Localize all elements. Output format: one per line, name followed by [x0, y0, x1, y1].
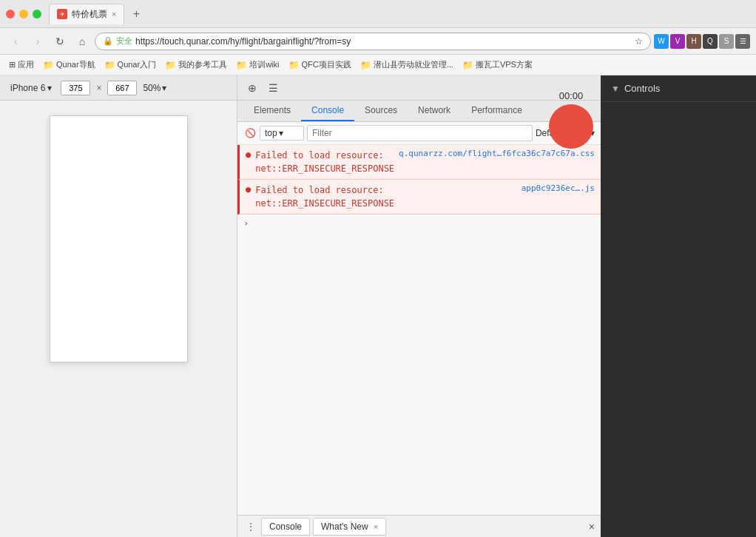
bookmark-vps-label: 搬瓦工VPS方案	[476, 59, 533, 70]
bookmarks-bar: ⊞ 应用 📁 Qunar导航 📁 Qunar入门 📁 我的参考工具 📁 培训wi…	[0, 55, 756, 75]
error-icon-1: ●	[246, 149, 251, 160]
address-bar[interactable]: 🔒 安全 https://touch.qunar.com/hy/flight/b…	[95, 33, 651, 50]
device-toolbar: iPhone 6 ▾ × 50% ▾	[0, 75, 237, 101]
phone-frame	[50, 115, 188, 362]
tab-close-button[interactable]: ×	[112, 10, 116, 18]
bookmark-vps[interactable]: 📁 搬瓦工VPS方案	[459, 58, 536, 72]
folder-icon: 📁	[462, 60, 473, 70]
tab-console[interactable]: Console	[301, 101, 354, 121]
bookmark-apps-label: 应用	[18, 59, 34, 70]
console-clear-button[interactable]: 🚫	[243, 126, 257, 140]
error-line1-1: Failed to load resource:	[255, 149, 394, 162]
ext-w-icon[interactable]: W	[654, 34, 669, 49]
lock-icon: 🔒	[103, 36, 113, 46]
browser-panel: iPhone 6 ▾ × 50% ▾	[0, 75, 237, 537]
bookmark-qianshan-label: 潜山县劳动就业管理...	[374, 59, 453, 70]
folder-icon: 📁	[165, 60, 176, 70]
device-mode-button[interactable]: ☰	[264, 79, 282, 97]
folder-icon: 📁	[236, 60, 247, 70]
folder-icon: 📁	[288, 60, 300, 70]
bookmark-qunar-nav-label: Qunar导航	[56, 59, 95, 70]
bookmark-qfc[interactable]: 📁 QFC项目实践	[286, 58, 354, 72]
apps-icon: ⊞	[9, 60, 16, 70]
bookmark-apps[interactable]: ⊞ 应用	[6, 58, 37, 72]
ext-menu-icon[interactable]: ☰	[735, 34, 750, 49]
window-controls[interactable]	[6, 10, 41, 18]
ext-v-icon[interactable]: V	[670, 34, 685, 49]
title-bar: ✈ 特价机票 × +	[0, 0, 756, 28]
error-msg-1: Failed to load resource: net::ERR_INSECU…	[255, 149, 394, 175]
home-button[interactable]: ⌂	[72, 32, 92, 51]
ext-h-icon[interactable]: H	[686, 34, 701, 49]
error-line2-1: net::ERR_INSECURE_RESPONSE	[255, 162, 394, 175]
star-icon[interactable]: ☆	[635, 36, 643, 47]
error-msg-2: Failed to load resource: net::ERR_INSECU…	[255, 183, 516, 210]
ext-q-icon[interactable]: Q	[703, 34, 718, 49]
width-input[interactable]	[61, 81, 90, 95]
zoom-selector[interactable]: 50% ▾	[143, 83, 166, 93]
error-icon-2: ●	[246, 184, 251, 195]
zoom-value: 50%	[143, 83, 161, 93]
close-button[interactable]	[6, 10, 15, 18]
prompt-icon: ›	[243, 218, 249, 229]
refresh-button[interactable]: ↻	[50, 32, 70, 51]
tab-elements[interactable]: Elements	[243, 101, 301, 121]
bookmark-qunar-nav[interactable]: 📁 Qunar导航	[40, 58, 98, 72]
device-selector[interactable]: iPhone 6 ▾	[7, 81, 55, 95]
back-button[interactable]: ‹	[6, 32, 25, 51]
folder-icon: 📁	[43, 60, 54, 70]
device-name: iPhone 6	[10, 83, 45, 93]
devtools-panel: ⊕ ☰ Elements Console Sources Network Per…	[237, 75, 601, 537]
drawer-whats-new-tab[interactable]: What's New ×	[313, 518, 386, 536]
maximize-button[interactable]	[33, 10, 41, 18]
new-tab-button[interactable]: +	[126, 4, 146, 24]
height-input[interactable]	[107, 81, 137, 95]
browser-tab[interactable]: ✈ 特价机票 ×	[49, 4, 124, 24]
devtools-drawer: ⋮ Console What's New × ×	[237, 515, 601, 537]
bookmark-my-tools[interactable]: 📁 我的参考工具	[162, 58, 230, 72]
tab-network[interactable]: Network	[408, 101, 461, 121]
drawer-close-button[interactable]: ×	[589, 521, 595, 533]
timer-area: 00:00	[549, 90, 593, 149]
error-file-1[interactable]: q.qunarzz.com/flight…f6fca36c7a7c67a.css	[399, 149, 595, 158]
device-viewport	[0, 101, 237, 537]
drawer-console-tab[interactable]: Console	[261, 518, 310, 536]
console-filter-input[interactable]	[307, 125, 533, 141]
console-error-1: ● Failed to load resource: net::ERR_INSE…	[237, 145, 601, 180]
bookmark-qunar-intro[interactable]: 📁 Qunar入门	[101, 58, 160, 72]
console-toolbar: 🚫 top ▾ Default levels ▾	[237, 122, 601, 145]
ext-s-icon[interactable]: S	[719, 34, 734, 49]
bookmark-qunar-intro-label: Qunar入门	[118, 59, 157, 70]
bookmark-qfc-label: QFC项目实践	[302, 59, 351, 70]
drawer-console-label: Console	[269, 521, 302, 532]
tab-sources[interactable]: Sources	[354, 101, 408, 121]
forward-button[interactable]: ›	[28, 32, 47, 51]
console-context-selector[interactable]: top ▾	[260, 126, 304, 141]
controls-panel: ▼ Controls	[601, 75, 756, 537]
folder-icon: 📁	[360, 60, 371, 70]
devtools-top-bar: ⊕ ☰	[237, 75, 601, 101]
console-context-value: top	[265, 128, 277, 138]
bookmark-qianshan[interactable]: 📁 潜山县劳动就业管理...	[357, 58, 456, 72]
controls-body	[601, 102, 756, 537]
nav-actions: W V H Q S ☰	[654, 34, 750, 49]
tab-performance[interactable]: Performance	[461, 101, 533, 121]
bookmark-training[interactable]: 📁 培训wiki	[233, 58, 282, 72]
bookmark-training-label: 培训wiki	[249, 59, 279, 70]
tab-favicon: ✈	[57, 9, 67, 19]
drawer-whats-new-label: What's New	[321, 521, 368, 532]
console-messages: ● Failed to load resource: net::ERR_INSE…	[237, 145, 601, 515]
nav-bar: ‹ › ↻ ⌂ 🔒 安全 https://touch.qunar.com/hy/…	[0, 28, 756, 55]
inspect-element-button[interactable]: ⊕	[243, 79, 261, 97]
controls-collapse-icon[interactable]: ▼	[611, 84, 620, 94]
controls-header: ▼ Controls	[601, 75, 756, 102]
record-button[interactable]	[549, 104, 593, 149]
device-chevron-icon: ▾	[47, 83, 52, 93]
devtools-tabs: Elements Console Sources Network Perform…	[237, 101, 601, 122]
minimize-button[interactable]	[19, 10, 28, 18]
error-file-2[interactable]: app0c9236ec….js	[522, 183, 595, 193]
drawer-tab-close-button[interactable]: ×	[374, 522, 378, 531]
folder-icon: 📁	[104, 60, 115, 70]
drawer-menu-button[interactable]: ⋮	[243, 519, 258, 534]
console-prompt: ›	[237, 215, 601, 232]
